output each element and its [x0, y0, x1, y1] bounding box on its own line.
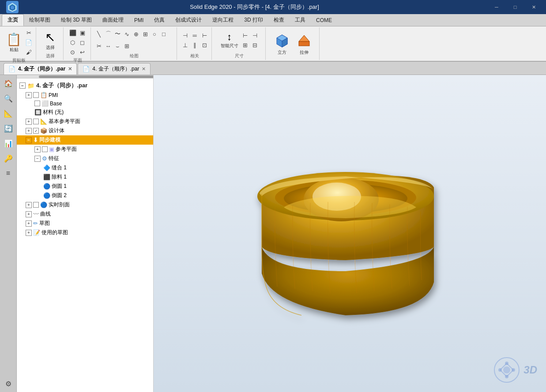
tree-item-base[interactable]: ⬜ Base [17, 99, 153, 108]
tree-item-design-body[interactable]: + 📦 设计体 [17, 126, 153, 135]
tree-item-sketches[interactable]: + ✏ 草图 [17, 219, 153, 228]
relate-2[interactable]: ═ [190, 31, 199, 40]
pmi-checkbox[interactable] [33, 92, 39, 98]
3d-viewport[interactable]: 3D [154, 75, 546, 392]
base-checkbox[interactable] [34, 101, 40, 106]
tree-item-features[interactable]: − ⚙ 特征 [17, 154, 153, 163]
cut-button[interactable]: ✂ [24, 28, 33, 37]
sidebar-extra-icon[interactable]: ≡ [2, 167, 15, 180]
extrude-button[interactable]: 拉伸 [294, 31, 315, 56]
tree-item-ref-planes[interactable]: + 📐 基本参考平面 [17, 117, 153, 126]
tree-item-stitch1[interactable]: 🔷 缝合 1 [17, 163, 153, 172]
relate-6[interactable]: ⊡ [200, 41, 209, 49]
close-button[interactable]: ✕ [525, 2, 542, 12]
trim-icon[interactable]: ✂ [94, 42, 103, 51]
doc-tab-seq[interactable]: 📄 4. 金子（顺序）.par ✕ [78, 63, 151, 75]
doc-tab-sync[interactable]: 📄 4. 金子（同步）.par ✕ [4, 63, 77, 75]
tree-root-item[interactable]: − 📁 4. 金子（同步）.par [17, 80, 153, 91]
mirror-icon[interactable]: ⊞ [141, 30, 150, 38]
menu-tab-home[interactable]: 主页 [2, 14, 24, 26]
menu-tab-3dprint[interactable]: 3D 打印 [239, 15, 268, 26]
curves-expand[interactable]: + [26, 211, 32, 217]
root-expand[interactable]: − [19, 82, 26, 89]
relate-4[interactable]: ⊥ [181, 41, 189, 49]
select-button[interactable]: ↖ 选择 [43, 29, 57, 52]
fillet-icon[interactable]: ⌣ [113, 42, 122, 51]
tree-item-fillet1[interactable]: 🔵 倒圆 1 [17, 182, 153, 191]
plane-icon-4[interactable]: ◻ [78, 38, 87, 47]
maximize-button[interactable]: □ [506, 2, 524, 12]
dim-icon-2[interactable]: ⊣ [251, 31, 260, 40]
spline-icon[interactable]: ∿ [122, 30, 131, 38]
extend-icon[interactable]: ↔ [104, 42, 113, 51]
tree-item-sync-model[interactable]: − ⬇ 同步建模 [17, 135, 153, 145]
refplanes-checkbox[interactable] [33, 119, 39, 124]
designbody-checkbox[interactable] [33, 128, 39, 134]
tree-item-used-sketches[interactable]: + 📝 使用的草图 [17, 228, 153, 237]
doc-tab-seq-close[interactable]: ✕ [142, 66, 146, 72]
plane-icon-2[interactable]: ▣ [78, 28, 87, 37]
arc-icon[interactable]: ⌒ [104, 30, 113, 38]
tree-item-material[interactable]: 🔲 材料 (无) [17, 108, 153, 117]
minimize-button[interactable]: ─ [488, 2, 505, 12]
plane-icon-5[interactable]: ⊙ [68, 48, 77, 56]
menu-tab-sketch3d[interactable]: 绘制 3D 草图 [56, 15, 97, 26]
sidebar-view-icon[interactable]: 📐 [2, 107, 15, 120]
sidebar-layer-icon[interactable]: 📊 [2, 137, 15, 150]
doc-tab-sync-close[interactable]: ✕ [68, 66, 72, 72]
refplanes-expand[interactable]: + [26, 119, 32, 125]
circle-icon[interactable]: ○ [150, 30, 159, 38]
tree-item-pmi[interactable]: + 📋 PMI [17, 91, 153, 99]
tree-item-refplane2[interactable]: + ▣ 参考平面 [17, 145, 153, 154]
plane-icon-1[interactable]: ⬛ [68, 28, 77, 37]
offset-icon[interactable]: ⊕ [132, 30, 140, 38]
tree-item-fillet2[interactable]: 🔵 倒圆 2 [17, 191, 153, 200]
plane-icon-6[interactable]: ↩ [78, 48, 87, 56]
relate-3[interactable]: ⊢ [200, 31, 209, 40]
plane-icon-3[interactable]: ⬡ [68, 38, 77, 47]
menu-tab-simulate[interactable]: 仿真 [149, 15, 170, 26]
features-expand[interactable]: − [34, 156, 41, 162]
relate-5[interactable]: ∥ [190, 41, 199, 49]
format-painter-button[interactable]: 🖌 [24, 48, 33, 56]
tree-item-remove1[interactable]: ⬛ 除料 1 [17, 172, 153, 182]
menu-tab-tools[interactable]: 工具 [290, 15, 311, 26]
tree-item-live-section[interactable]: + 🔵 实时剖面 [17, 200, 153, 209]
menu-tab-come[interactable]: COME [311, 15, 337, 25]
dim-icon-3[interactable]: ⊞ [241, 41, 250, 49]
sidebar-settings-icon[interactable]: ⚙ [2, 377, 15, 390]
copy-button[interactable]: 📄 [24, 38, 33, 47]
menu-tab-sketch2d[interactable]: 绘制草图 [24, 15, 56, 26]
menu-tab-surface[interactable]: 曲面处理 [97, 15, 129, 26]
refplane2-checkbox[interactable] [42, 146, 48, 152]
cube-button[interactable]: 立方 [271, 31, 293, 56]
pmi-expand[interactable]: + [26, 92, 32, 98]
syncmodel-expand[interactable]: − [26, 137, 32, 143]
smart-dim-button[interactable]: ↕ 智能尺寸 [219, 30, 240, 50]
menu-tab-pmi[interactable]: PMI [129, 15, 149, 25]
paste-button[interactable]: 📋 粘贴 [4, 31, 23, 54]
curve-icon[interactable]: 〜 [113, 30, 122, 38]
designbody-expand[interactable]: + [26, 128, 32, 134]
sidebar-rotate-icon[interactable]: 🔄 [2, 122, 15, 135]
sidebar-zoom-icon[interactable]: 🔍 [2, 92, 15, 105]
dim-icon-4[interactable]: ⊟ [251, 41, 260, 49]
menu-tab-reverse[interactable]: 逆向工程 [207, 15, 239, 26]
livesection-checkbox[interactable] [33, 202, 39, 208]
sidebar-home-icon[interactable]: 🏠 [2, 77, 15, 90]
line-icon[interactable]: ╲ [94, 30, 103, 38]
rect-icon[interactable]: □ [159, 30, 168, 38]
menu-tab-generative[interactable]: 创成式设计 [170, 15, 207, 26]
sketches-expand[interactable]: + [26, 220, 32, 227]
dim-icon-1[interactable]: ⊢ [241, 31, 250, 40]
livesection-expand[interactable]: + [26, 202, 32, 208]
tree-scrollbar[interactable] [17, 75, 153, 78]
relate-1[interactable]: ⊣ [181, 31, 189, 40]
pattern-icon[interactable]: ⊞ [122, 42, 131, 51]
refplane2-expand[interactable]: + [34, 146, 41, 153]
tree-scrollbar-thumb[interactable] [39, 75, 154, 78]
usedsketches-expand[interactable]: + [26, 230, 32, 236]
sidebar-key-icon[interactable]: 🔑 [2, 152, 15, 165]
tree-item-curves[interactable]: + 〰 曲线 [17, 209, 153, 219]
menu-tab-inspect[interactable]: 检查 [268, 15, 290, 26]
